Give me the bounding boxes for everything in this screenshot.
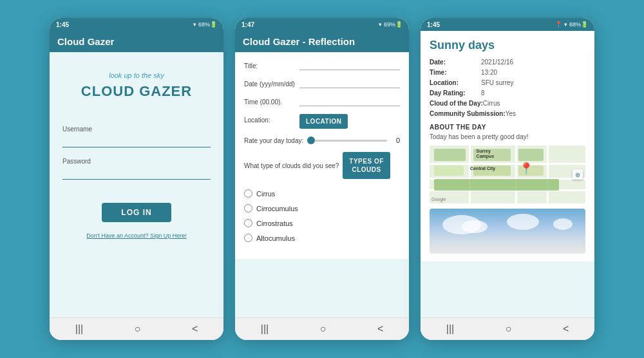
map-road-h1 (430, 163, 585, 165)
app-bar-1: Cloud Gazer (50, 31, 223, 52)
cloud-type-cirrocumulus[interactable]: Cirrocumulus (244, 204, 400, 212)
cloud-type-altocumulus[interactable]: Altocumulus (244, 234, 400, 242)
status-bar-2: 1:47 ▾ 69%🔋 (235, 18, 409, 31)
map-label-surrey: Surrey (477, 149, 491, 153)
nav-back-icon-2[interactable]: < (377, 323, 383, 335)
detail-location-row: Location: SFU surrey (430, 79, 585, 86)
cloud-type-cirrus[interactable]: Cirrus (244, 189, 400, 198)
detail-community-key: Community Submission: (430, 110, 506, 117)
location-label: Location: (244, 114, 296, 124)
status-bar-3: 1:45 📍 ▾ 68%🔋 (421, 18, 594, 31)
time-field-row: Time (00.00). (244, 96, 400, 106)
date-input[interactable] (299, 78, 400, 88)
detail-time-key: Time: (430, 69, 481, 76)
map-background: Surrey Campus Central City Google 📍 ⊕ (430, 146, 585, 203)
detail-community-row: Community Submission: Yes (430, 110, 585, 117)
slider-container: 0 (307, 137, 400, 144)
nav-menu-icon-3[interactable]: ||| (446, 323, 454, 335)
cloud-2 (462, 220, 488, 233)
map-locate-button[interactable]: ⊕ (573, 169, 583, 180)
password-field: Password (62, 158, 211, 180)
detail-time-row: Time: 13:20 (430, 69, 585, 76)
detail-rating-row: Day Rating: 8 (430, 90, 585, 97)
location-row: Location: LOCATION (244, 114, 400, 129)
rate-label: Rate your day today: (244, 137, 303, 144)
app-title-1: Cloud Gazer (57, 36, 114, 47)
about-text: Today has been a pretty good day! (430, 133, 585, 140)
detail-date-row: Date: 2021/12/16 (430, 59, 585, 66)
detail-location-key: Location: (430, 79, 481, 86)
app-bar-2: Cloud Gazer - Reflection (235, 31, 409, 52)
password-input[interactable] (62, 166, 211, 180)
sky-photo (430, 209, 585, 254)
battery-icon: 68%🔋 (198, 21, 217, 28)
detail-cloud-key: Cloud of the Day: (430, 100, 483, 107)
clouds-question-label: What type of clouds did you see? (244, 162, 339, 170)
title-input[interactable] (299, 60, 400, 70)
username-field: Username (62, 126, 211, 147)
map-label-central-city: Central City (470, 166, 495, 171)
date-field-row: Date (yyy/mm/dd) (244, 78, 400, 88)
detail-date-key: Date: (430, 59, 481, 66)
status-icons-2: ▾ 69%🔋 (379, 21, 402, 28)
types-of-clouds-button[interactable]: TYPES OFCLOUDS (343, 152, 390, 179)
cloud-types-group: Cirrus Cirrocumulus Cirrostratus Altocum… (244, 187, 400, 251)
nav-back-icon[interactable]: < (192, 323, 198, 335)
username-input[interactable] (62, 134, 211, 147)
detail-cloud-val: Cirrus (483, 100, 500, 107)
phone-detail: 1:45 📍 ▾ 68%🔋 Sunny days Date: 2021/12/1… (421, 18, 594, 340)
nav-bar-1: ||| ○ < (50, 317, 223, 340)
radio-cirrus[interactable] (244, 189, 252, 198)
map-block-3 (518, 149, 544, 162)
status-icons-1: ▾ 68%🔋 (193, 21, 217, 28)
wifi-icon-3: ▾ (564, 21, 567, 28)
cloud-label-cirrostratus: Cirrostratus (256, 220, 293, 227)
cloud-label-cirrus: Cirrus (256, 190, 275, 198)
nav-home-icon-2[interactable]: ○ (320, 323, 327, 335)
location-status-icon: 📍 (555, 21, 562, 28)
app-title-2: Cloud Gazer - Reflection (243, 36, 355, 47)
detail-location-val: SFU surrey (481, 79, 514, 86)
map-container[interactable]: Surrey Campus Central City Google 📍 ⊕ (430, 146, 585, 203)
nav-home-icon-3[interactable]: ○ (506, 323, 512, 335)
nav-bar-2: ||| ○ < (235, 317, 409, 340)
wifi-icon: ▾ (193, 21, 196, 28)
map-road-v2 (515, 146, 517, 203)
battery-icon-2: 69%🔋 (384, 21, 402, 28)
signup-link[interactable]: Don't Have an Account? Sign Up Here! (86, 232, 186, 239)
rate-row: Rate your day today: 0 (244, 137, 400, 144)
slider-thumb[interactable] (307, 137, 315, 144)
nav-back-icon-3[interactable]: < (563, 323, 569, 335)
map-block-park (434, 179, 559, 191)
title-label: Title: (244, 60, 296, 70)
status-time-1: 1:45 (56, 21, 69, 28)
about-section: ABOUT THE DAY Today has been a pretty go… (430, 124, 585, 140)
date-label: Date (yyy/mm/dd) (244, 78, 296, 88)
login-button[interactable]: LOG IN (102, 203, 171, 222)
login-content: look up to the sky CLOUD GAZER Username … (50, 52, 223, 317)
slider-value: 0 (391, 137, 400, 144)
map-block-1 (434, 149, 465, 162)
cloud-label-cirrocumulus: Cirrocumulus (256, 205, 298, 212)
nav-menu-icon[interactable]: ||| (75, 323, 83, 335)
nav-home-icon[interactable]: ○ (135, 323, 141, 335)
battery-icon-3: 68%🔋 (569, 21, 588, 28)
cloud-type-cirrostratus[interactable]: Cirrostratus (244, 219, 400, 227)
radio-cirrocumulus[interactable] (244, 204, 252, 212)
radio-altocumulus[interactable] (244, 234, 252, 242)
title-field-row: Title: (244, 60, 400, 70)
map-watermark: Google (431, 197, 446, 202)
detail-panel: Sunny days Date: 2021/12/16 Time: 13:20 … (421, 31, 594, 261)
time-input[interactable] (299, 96, 400, 106)
nav-bar-3: ||| ○ < (421, 317, 594, 340)
radio-cirrostratus[interactable] (244, 219, 252, 227)
location-button[interactable]: LOCATION (299, 114, 348, 129)
status-icons-3: 📍 ▾ 68%🔋 (555, 21, 588, 28)
map-block-4 (434, 165, 464, 176)
status-time-2: 1:47 (242, 21, 254, 28)
clouds-row: What type of clouds did you see? TYPES O… (244, 152, 400, 179)
detail-page-title: Sunny days (430, 39, 585, 52)
detail-rating-val: 8 (481, 90, 485, 97)
nav-menu-icon-2[interactable]: ||| (261, 323, 269, 335)
cloud-label-altocumulus: Altocumulus (256, 234, 295, 242)
